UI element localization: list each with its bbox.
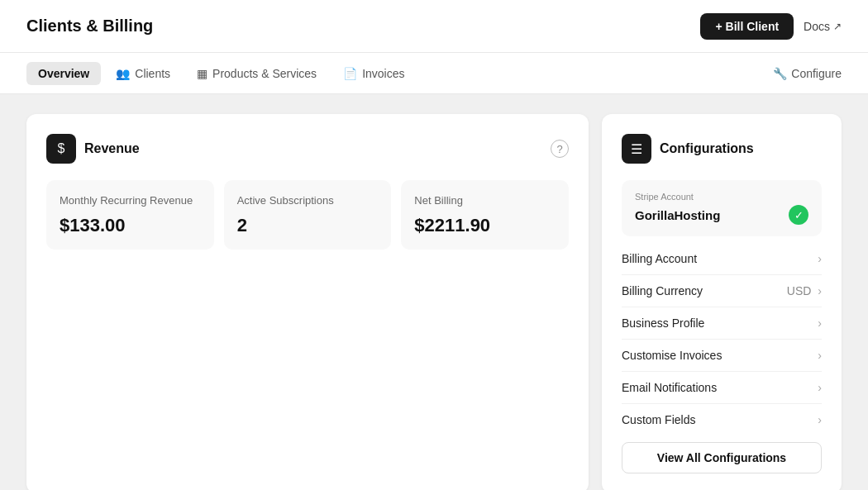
chevron-right-icon-3: ›	[818, 316, 822, 330]
tab-invoices-label: Invoices	[362, 67, 404, 80]
config-custom-fields-label: Custom Fields	[622, 413, 695, 426]
chevron-right-icon: ›	[818, 252, 822, 265]
tab-clients[interactable]: 👥 Clients	[104, 62, 182, 85]
external-link-icon: ↗	[833, 21, 842, 32]
chevron-right-icon-4: ›	[818, 349, 822, 362]
stripe-name-row: GorillaHosting ✓	[635, 205, 808, 225]
dollar-icon: $	[58, 141, 65, 156]
config-customise-invoices[interactable]: Customise Invoices ›	[622, 340, 822, 372]
tab-overview[interactable]: Overview	[26, 62, 101, 85]
metric-mrr: Monthly Recurring Revenue $133.00	[46, 180, 214, 250]
stripe-account-label: Stripe Account	[635, 192, 808, 202]
config-customise-invoices-label: Customise Invoices	[622, 349, 722, 362]
metric-net-billing-value: $2211.90	[414, 215, 556, 236]
list-icon: ☰	[631, 141, 642, 157]
config-card-header: ☰ Configurations	[622, 134, 822, 164]
config-billing-currency-right: USD ›	[787, 284, 822, 297]
config-business-profile[interactable]: Business Profile ›	[622, 307, 822, 340]
metric-subscriptions-value: 2	[237, 215, 379, 236]
revenue-card: $ Revenue ? Monthly Recurring Revenue $1…	[26, 114, 589, 490]
metric-subscriptions-label: Active Subscriptions	[237, 193, 379, 208]
invoices-icon: 📄	[343, 67, 357, 80]
tab-clients-label: Clients	[135, 67, 170, 80]
wrench-icon: 🔧	[773, 67, 787, 80]
stripe-account-box: Stripe Account GorillaHosting ✓	[622, 180, 822, 236]
metric-net-billing-label: Net Billing	[414, 193, 556, 208]
chevron-right-icon-5: ›	[818, 381, 822, 394]
chevron-right-icon-6: ›	[818, 413, 822, 426]
docs-label: Docs	[804, 20, 830, 33]
config-header-left: ☰ Configurations	[622, 134, 754, 164]
config-business-profile-label: Business Profile	[622, 316, 704, 330]
top-bar: Clients & Billing + Bill Client Docs ↗	[0, 0, 868, 53]
docs-link[interactable]: Docs ↗	[804, 20, 842, 33]
nav-tabs: Overview 👥 Clients ▦ Products & Services…	[26, 62, 416, 85]
help-icon[interactable]: ?	[551, 140, 569, 158]
config-custom-fields[interactable]: Custom Fields ›	[622, 404, 822, 435]
config-email-notifications-label: Email Notifications	[622, 381, 717, 394]
metric-net-billing: Net Billing $2211.90	[401, 180, 569, 250]
tab-products-label: Products & Services	[212, 67, 317, 80]
metric-subscriptions: Active Subscriptions 2	[224, 180, 392, 250]
tab-invoices[interactable]: 📄 Invoices	[331, 62, 416, 85]
verified-badge: ✓	[789, 205, 808, 225]
metric-mrr-value: $133.00	[60, 215, 201, 236]
view-all-configurations-label: View All Configurations	[657, 451, 786, 464]
clients-icon: 👥	[116, 67, 130, 80]
stripe-account-name: GorillaHosting	[635, 208, 720, 222]
config-billing-account-label: Billing Account	[622, 252, 697, 265]
configurations-card: ☰ Configurations Stripe Account GorillaH…	[602, 114, 842, 490]
top-bar-actions: + Bill Client Docs ↗	[700, 13, 842, 40]
config-billing-currency-value: USD	[787, 284, 812, 297]
config-billing-currency[interactable]: Billing Currency USD ›	[622, 275, 822, 307]
nav-bar: Overview 👥 Clients ▦ Products & Services…	[0, 53, 868, 94]
bill-client-label: + Bill Client	[715, 20, 779, 33]
metrics-row: Monthly Recurring Revenue $133.00 Active…	[46, 180, 569, 250]
config-email-notifications[interactable]: Email Notifications ›	[622, 372, 822, 404]
config-billing-currency-label: Billing Currency	[622, 284, 703, 297]
page-title: Clients & Billing	[26, 17, 153, 36]
row-top: $ Revenue ? Monthly Recurring Revenue $1…	[26, 114, 842, 490]
config-icon: ☰	[622, 134, 651, 164]
bill-client-button[interactable]: + Bill Client	[700, 13, 794, 40]
revenue-header-left: $ Revenue	[46, 134, 140, 164]
tab-overview-label: Overview	[38, 67, 89, 80]
view-all-configurations-button[interactable]: View All Configurations	[622, 442, 822, 473]
chevron-right-icon-2: ›	[818, 284, 822, 297]
metric-mrr-label: Monthly Recurring Revenue	[60, 193, 201, 208]
config-billing-account[interactable]: Billing Account ›	[622, 243, 822, 275]
revenue-card-header: $ Revenue ?	[46, 134, 569, 164]
products-icon: ▦	[197, 67, 207, 80]
revenue-icon: $	[46, 134, 76, 164]
configure-button[interactable]: 🔧 Configure	[773, 67, 842, 80]
config-title: Configurations	[660, 141, 754, 156]
main-content: $ Revenue ? Monthly Recurring Revenue $1…	[0, 94, 868, 490]
tab-products[interactable]: ▦ Products & Services	[185, 62, 328, 85]
config-rows: Billing Account › Billing Currency USD ›…	[622, 243, 822, 435]
configure-label: Configure	[791, 67, 842, 80]
revenue-title: Revenue	[84, 141, 140, 156]
